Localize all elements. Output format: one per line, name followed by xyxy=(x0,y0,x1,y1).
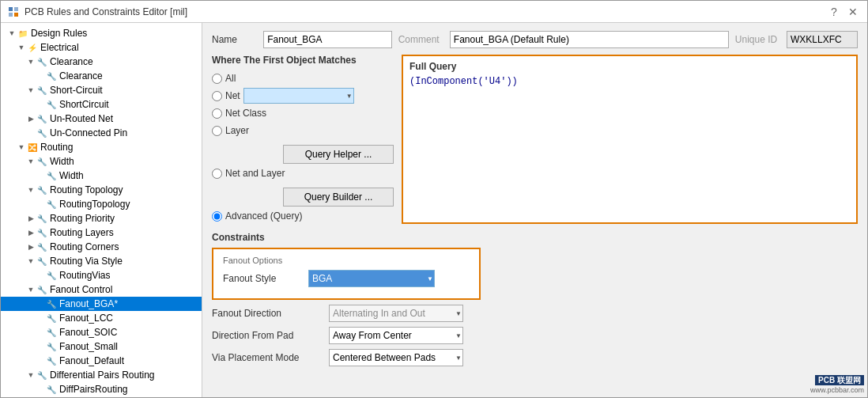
radio-advanced[interactable] xyxy=(212,211,222,222)
tree-item-width[interactable]: 🔧 Width xyxy=(1,169,202,183)
close-button[interactable]: ✕ xyxy=(845,4,861,20)
name-input[interactable] xyxy=(263,31,391,48)
via-placement-dropdown[interactable]: Centered Between Pads Defined By Net xyxy=(329,349,463,366)
fanout-style-row: Fanout Style BGA LCC SOIC Small Default … xyxy=(223,270,470,287)
tree-item-short-circuit-group[interactable]: ▼ 🔧 Short-Circuit xyxy=(1,83,202,97)
radio-row-netclass: Net Class xyxy=(212,105,394,121)
tree-item-fanout-bga[interactable]: 🔧 Fanout_BGA* xyxy=(1,297,202,311)
expand-icon: ▼ xyxy=(26,57,36,66)
tree-item-fanout-soic[interactable]: 🔧 Fanout_SOIC xyxy=(1,325,202,339)
radio-row-net-and-layer: Net and Layer xyxy=(212,165,394,181)
tree-label: Routing Layers xyxy=(50,227,114,238)
expand-icon xyxy=(36,199,45,209)
tree-item-clearance[interactable]: 🔧 Clearance xyxy=(1,69,202,83)
tree-label: Routing Priority xyxy=(50,213,115,224)
tree-item-routing-topology[interactable]: ▼ 🔧 Routing Topology xyxy=(1,183,202,197)
expand-icon: ▶ xyxy=(26,228,36,237)
two-col-section: Where The First Object Matches All Net xyxy=(212,55,858,224)
title-bar-controls: ? ✕ xyxy=(826,4,861,20)
tree-item-fanout-small[interactable]: 🔧 Fanout_Small xyxy=(1,339,202,354)
tree-item-routing-vias[interactable]: 🔧 RoutingVias xyxy=(1,268,202,282)
radio-label-all: All xyxy=(225,73,236,84)
radio-label-net: Net xyxy=(225,90,240,101)
watermark-pcb: PCB 联盟网 xyxy=(815,375,864,385)
radio-net[interactable] xyxy=(212,91,222,101)
folder-icon: 🔧 xyxy=(36,155,48,168)
svg-rect-1 xyxy=(14,7,18,11)
name-label: Name xyxy=(212,34,257,45)
radio-row-net: Net ▼ xyxy=(212,88,394,104)
tree-label: RoutingTopology xyxy=(59,199,130,210)
expand-icon xyxy=(36,385,45,394)
tree-item-routing-priority[interactable]: ▶ 🔧 Routing Priority xyxy=(1,211,202,226)
tree-label: ShortCircuit xyxy=(59,99,109,110)
query-builder-button[interactable]: Query Builder ... xyxy=(283,188,394,207)
radio-netclass[interactable] xyxy=(212,108,222,119)
tree-item-routing[interactable]: ▼ 🔀 Routing xyxy=(1,140,202,154)
expand-icon xyxy=(36,342,45,351)
tree-item-unrouted-net[interactable]: ▶ 🔧 Un-Routed Net xyxy=(1,112,202,126)
svg-rect-2 xyxy=(9,13,13,17)
main-content: ▼ 📁 Design Rules ▼ ⚡ Electrical ▼ 🔧 Clea… xyxy=(1,23,867,397)
tree-item-routing-via-style[interactable]: ▼ 🔧 Routing Via Style xyxy=(1,254,202,268)
fanout-direction-dropdown-wrapper: Alternating In and Out Into Board Away F… xyxy=(329,305,463,322)
header-fields-row: Name Comment Unique ID xyxy=(212,31,858,48)
where-section-title: Where The First Object Matches xyxy=(212,55,394,66)
tree-item-routing-corners[interactable]: ▶ 🔧 Routing Corners xyxy=(1,240,202,254)
tree-label: DiffPairsRouting xyxy=(59,384,127,395)
tree-item-fanout-control[interactable]: ▼ 🔧 Fanout Control xyxy=(1,282,202,297)
tree-item-fanout-lcc[interactable]: 🔧 Fanout_LCC xyxy=(1,311,202,325)
direction-from-pad-row: Direction From Pad Away From Center Towa… xyxy=(212,327,858,344)
tree-item-diff-pairs[interactable]: ▼ 🔧 Differential Pairs Routing xyxy=(1,368,202,382)
tree-item-clearance-group[interactable]: ▼ 🔧 Clearance xyxy=(1,55,202,69)
fanout-direction-dropdown[interactable]: Alternating In and Out Into Board Away F… xyxy=(329,305,463,322)
tree-label: Clearance xyxy=(59,70,103,81)
full-query-section: Full Query (InComponent('U4')) xyxy=(402,55,858,224)
radio-layer[interactable] xyxy=(212,126,222,136)
tree-item-diff-pairs-routing[interactable]: 🔧 DiffPairsRouting xyxy=(1,382,202,396)
fanout-style-dropdown[interactable]: BGA LCC SOIC Small Default xyxy=(308,270,435,287)
expand-icon xyxy=(36,71,45,81)
comment-input[interactable] xyxy=(450,31,729,48)
leaf-icon: 🔧 xyxy=(45,298,58,310)
tree-item-unconnected-pin[interactable]: 🔧 Un-Connected Pin xyxy=(1,126,202,140)
tree-item-width-group[interactable]: ▼ 🔧 Width xyxy=(1,154,202,169)
tree-label: Design Rules xyxy=(31,28,87,39)
expand-icon: ▼ xyxy=(26,370,36,380)
query-helper-button[interactable]: Query Helper ... xyxy=(283,145,394,164)
tree-item-short-circuit[interactable]: 🔧 ShortCircuit xyxy=(1,97,202,112)
radio-row-all: All xyxy=(212,70,394,86)
tree-item-smt[interactable]: ▶ 🔧 SMT xyxy=(1,396,202,397)
expand-icon xyxy=(36,171,45,180)
direction-from-pad-dropdown-wrapper: Away From Center Toward Center ▼ xyxy=(329,327,463,344)
radio-all[interactable] xyxy=(212,74,222,84)
tree-label: Fanout_Small xyxy=(59,341,118,352)
direction-from-pad-dropdown[interactable]: Away From Center Toward Center xyxy=(329,327,463,344)
tree-item-routing-topology-leaf[interactable]: 🔧 RoutingTopology xyxy=(1,197,202,211)
tree-item-electrical[interactable]: ▼ ⚡ Electrical xyxy=(1,40,202,55)
left-panel: ▼ 📁 Design Rules ▼ ⚡ Electrical ▼ 🔧 Clea… xyxy=(1,23,202,397)
radio-net-and-layer[interactable] xyxy=(212,169,222,179)
tree-label: Un-Connected Pin xyxy=(50,127,127,138)
leaf-icon: 🔧 xyxy=(45,340,58,353)
net-dropdown[interactable] xyxy=(243,88,354,104)
svg-rect-0 xyxy=(9,7,13,11)
tree-item-routing-layers[interactable]: ▶ 🔧 Routing Layers xyxy=(1,226,202,240)
expand-icon: ▼ xyxy=(26,185,36,195)
leaf-icon: 🔧 xyxy=(45,169,58,182)
leaf-icon: 🔧 xyxy=(36,127,48,139)
window-title: PCB Rules and Constraints Editor [mil] xyxy=(25,6,187,17)
tree-item-design-rules[interactable]: ▼ 📁 Design Rules xyxy=(1,26,202,40)
constraints-section: Constraints Fanout Options Fanout Style … xyxy=(212,232,858,366)
folder-icon: 🔧 xyxy=(36,112,48,125)
tree-label: Fanout_LCC xyxy=(59,313,113,324)
tree-label: RoutingVias xyxy=(59,270,111,281)
via-placement-label: Via Placement Mode xyxy=(212,352,323,363)
tree-label: Un-Routed Net xyxy=(50,113,113,124)
uniqueid-input xyxy=(787,31,858,48)
expand-icon: ▼ xyxy=(26,285,36,294)
tree-item-fanout-default[interactable]: 🔧 Fanout_Default xyxy=(1,354,202,368)
expand-icon: ▼ xyxy=(17,142,26,152)
fanout-direction-label: Fanout Direction xyxy=(212,308,323,319)
help-button[interactable]: ? xyxy=(826,4,842,20)
